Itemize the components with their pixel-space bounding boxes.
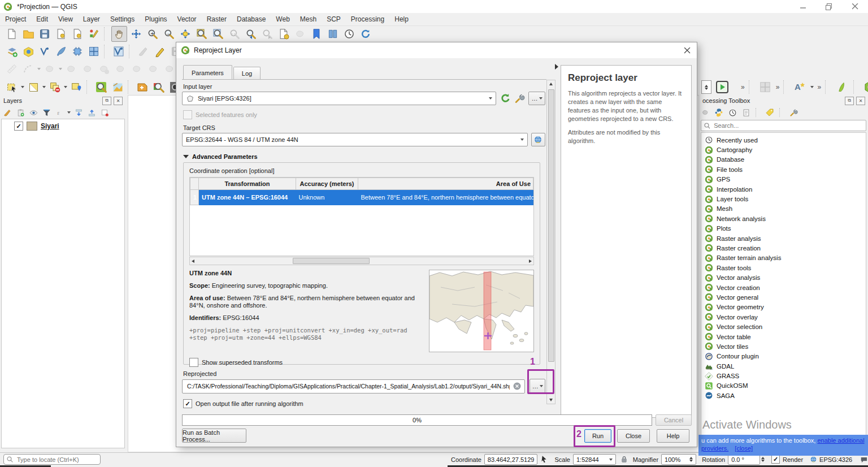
dropdown-arrow-icon[interactable] <box>37 68 41 70</box>
expand-all-icon[interactable] <box>73 107 84 118</box>
open-layer-styling-icon[interactable] <box>2 107 12 118</box>
menu-layer[interactable]: Layer <box>78 14 105 25</box>
dropdown-arrow-icon[interactable] <box>59 68 62 70</box>
collapse-help-arrow-icon[interactable] <box>555 64 558 70</box>
combo-dropdown-icon[interactable] <box>520 139 524 141</box>
toolbox-item-vector-general[interactable]: Vector general <box>701 292 866 302</box>
remove-layer-icon[interactable] <box>99 107 110 118</box>
options-icon[interactable] <box>788 107 798 118</box>
undo-icon[interactable] <box>136 44 151 59</box>
label-options-icon[interactable] <box>792 80 807 94</box>
pan-to-selection-icon[interactable] <box>129 27 144 41</box>
toolbox-item-cartography[interactable]: Cartography <box>701 145 866 154</box>
minimize-button[interactable] <box>790 0 816 13</box>
edit-features-in-place-icon[interactable] <box>765 107 775 118</box>
temporal-controller-icon[interactable] <box>342 27 357 41</box>
rotation-spinner-icon[interactable] <box>761 457 765 462</box>
target-crs-combo[interactable]: EPSG:32644 - WGS 84 / UTM zone 44N <box>182 133 528 146</box>
run-as-batch-button[interactable]: Run as Batch Process... <box>182 429 246 443</box>
scroll-up-icon[interactable] <box>549 83 553 85</box>
zoom-to-layer-icon[interactable] <box>211 27 225 41</box>
new-spatialite-layer-icon[interactable] <box>54 44 68 59</box>
menu-help[interactable]: Help <box>389 14 414 25</box>
new-bookmark-icon[interactable] <box>309 27 324 41</box>
add-group-icon[interactable] <box>15 107 25 118</box>
style-manager-icon[interactable] <box>86 27 101 41</box>
advanced-options-wrench-icon[interactable] <box>514 93 525 104</box>
filter-expression-dropdown-icon[interactable] <box>67 111 71 114</box>
measure-icon[interactable] <box>5 62 19 76</box>
close-panel-icon[interactable]: ✕ <box>856 97 865 105</box>
render-checkbox[interactable] <box>771 455 780 464</box>
edit-pencil-icon[interactable] <box>153 44 167 59</box>
zoom-last-icon[interactable] <box>244 27 258 41</box>
close-panel-icon[interactable]: ✕ <box>114 97 123 105</box>
scroll-left-icon[interactable] <box>192 260 194 263</box>
toolbox-item-vector-creation[interactable]: Vector creation <box>701 283 866 292</box>
zoom-out-icon[interactable]: – <box>162 27 176 41</box>
zoom-next-icon[interactable] <box>260 27 275 41</box>
toolbar-spinbox-icon[interactable] <box>701 80 711 94</box>
combo-dropdown-icon[interactable] <box>489 97 492 100</box>
lock-scale-icon[interactable] <box>619 455 630 465</box>
menu-vector[interactable]: Vector <box>172 14 202 25</box>
scroll-right-icon[interactable] <box>529 260 532 263</box>
menu-settings[interactable]: Settings <box>105 14 140 25</box>
data-source-manager-icon[interactable] <box>5 44 19 59</box>
pan-map-icon[interactable] <box>111 26 127 42</box>
menu-edit[interactable]: Edit <box>31 14 53 25</box>
transformation-row[interactable]: 1 UTM zone 44N – EPSG:16044 Unknown Betw… <box>190 190 533 205</box>
col-area-of-use[interactable]: Area of Use <box>358 178 533 190</box>
filter-expression-icon[interactable] <box>54 107 64 118</box>
menu-web[interactable]: Web <box>271 14 294 25</box>
tab-log[interactable]: Log <box>233 67 261 80</box>
zoom-full-extent-icon[interactable] <box>178 27 193 41</box>
show-superseded-checkbox[interactable] <box>189 358 198 367</box>
open-project-icon[interactable] <box>21 27 36 41</box>
toolbox-item-plots[interactable]: Plots <box>701 224 866 234</box>
new-map-view-icon[interactable] <box>276 27 291 41</box>
deselect-features-icon[interactable] <box>47 80 62 94</box>
menu-scp[interactable]: SCP <box>322 14 346 25</box>
toolbox-item-vector-analysis[interactable]: Vector analysis <box>701 273 866 282</box>
help-button[interactable]: Help <box>657 429 689 443</box>
new-shapefile-icon[interactable] <box>37 44 52 59</box>
toolbox-item-layer-tools[interactable]: Layer tools <box>701 194 866 204</box>
scp-polygon-icon[interactable] <box>862 80 868 94</box>
menu-raster[interactable]: Raster <box>202 14 232 25</box>
dialog-title-bar[interactable]: Reproject Layer <box>176 42 697 58</box>
vertex-tool-4-icon[interactable] <box>97 62 111 76</box>
python-console-icon[interactable] <box>714 107 724 118</box>
input-browse-button[interactable]: … <box>528 92 545 105</box>
vertex-tool-5-icon[interactable] <box>113 62 128 76</box>
toolbar-overflow-icon[interactable]: » <box>817 83 821 91</box>
toolbox-item-gps[interactable]: GPS <box>701 175 866 184</box>
toolbox-item-vector-geometry[interactable]: Vector geometry <box>701 302 866 312</box>
new-mesh-layer-icon[interactable] <box>86 44 101 59</box>
history-icon[interactable] <box>727 107 737 118</box>
toolbox-item-recently-used[interactable]: Recently used <box>701 135 866 145</box>
magnifier-spinner-icon[interactable] <box>689 457 693 462</box>
vertex-tool-8-icon[interactable] <box>162 62 177 76</box>
toolbox-search[interactable] <box>701 120 866 131</box>
select-by-location-icon[interactable] <box>69 80 84 94</box>
select-crs-button[interactable] <box>531 133 545 146</box>
close-button[interactable]: Close <box>617 429 650 443</box>
float-panel-icon[interactable]: ⧉ <box>845 97 854 105</box>
select-by-value-dropdown-icon[interactable] <box>42 86 46 88</box>
close-window-button[interactable] <box>842 0 868 13</box>
label-options-dropdown-icon[interactable] <box>810 86 814 88</box>
deselect-dropdown-icon[interactable] <box>64 86 67 88</box>
toolbox-item-vector-overlay[interactable]: Vector overlay <box>701 312 866 322</box>
iterate-over-layer-icon[interactable] <box>500 93 511 104</box>
col-transformation[interactable]: Transformation <box>199 178 296 190</box>
close-message-link[interactable]: [close] <box>735 445 753 452</box>
restore-button[interactable] <box>816 0 842 13</box>
toolbox-item-saga[interactable]: SAGA <box>701 391 866 400</box>
layer-color-swatch[interactable] <box>27 122 37 131</box>
toolbox-item-raster-creation[interactable]: Raster creation <box>701 243 866 253</box>
new-3d-map-view-icon[interactable] <box>293 27 307 41</box>
select-features-dropdown-icon[interactable] <box>21 86 24 88</box>
parameters-vscrollbar[interactable] <box>546 80 555 404</box>
zoom-native-icon[interactable]: 1:1 <box>227 27 242 41</box>
